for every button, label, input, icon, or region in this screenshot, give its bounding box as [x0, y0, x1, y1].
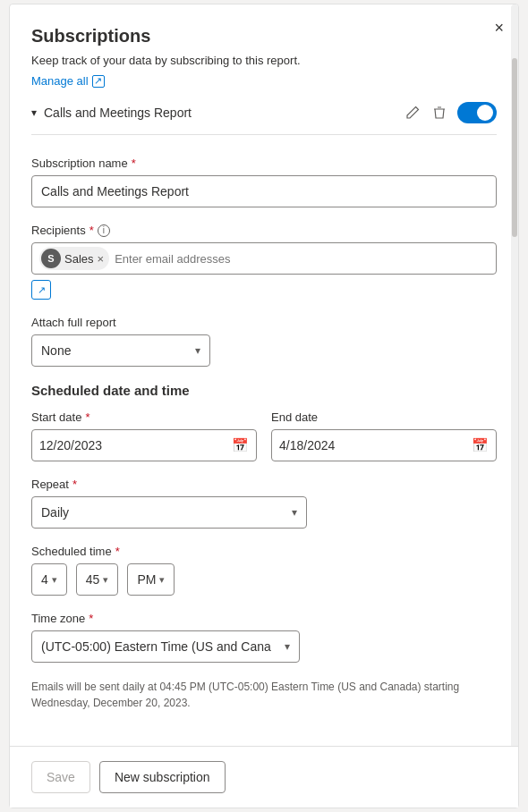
footer: Save New subscription [10, 746, 518, 808]
hour-chevron-icon: ▾ [52, 574, 57, 586]
scrollbar[interactable] [511, 4, 518, 808]
recipients-external-link-icon[interactable]: ↗ [31, 280, 51, 300]
save-button[interactable]: Save [31, 761, 90, 793]
recipients-label: Recipients * i [31, 224, 497, 237]
timezone-section: Time zone * (UTC-05:00) Eastern Time (US… [31, 612, 497, 663]
subscription-title: Calls and Meetings Report [44, 106, 396, 120]
header-actions [404, 102, 497, 123]
scheduled-section: Scheduled date and time Start date * 12/… [31, 383, 497, 711]
new-subscription-button[interactable]: New subscription [99, 761, 226, 793]
subscription-name-section: Subscription name * [31, 156, 497, 207]
recipients-required-star: * [89, 224, 94, 237]
start-date-calendar-icon[interactable]: 📅 [232, 437, 249, 453]
period-chevron-icon: ▾ [159, 574, 165, 586]
end-date-input[interactable]: 4/18/2024 📅 [271, 429, 497, 461]
timezone-select[interactable]: (UTC-05:00) Eastern Time (US and Cana ▾ [31, 630, 300, 663]
attach-report-value: None [41, 343, 71, 358]
subscription-name-input[interactable] [31, 175, 497, 207]
repeat-value: Daily [41, 505, 69, 520]
subscription-header: ▾ Calls and Meetings Report [31, 102, 497, 135]
timezone-required-star: * [89, 612, 93, 625]
hour-value: 4 [41, 572, 48, 587]
recipients-box[interactable]: S Sales × [31, 242, 497, 275]
attach-report-section: Attach full report None ▾ [31, 316, 497, 367]
minute-value: 45 [86, 572, 100, 587]
period-value: PM [137, 572, 156, 587]
edit-button[interactable] [404, 104, 422, 122]
subscriptions-panel: × Subscriptions Keep track of your data … [9, 4, 519, 808]
minute-select[interactable]: 45 ▾ [76, 563, 119, 596]
scheduled-time-section: Scheduled time * 4 ▾ 45 ▾ PM ▾ [31, 545, 497, 596]
recipient-email-input[interactable] [115, 252, 489, 266]
close-button[interactable]: × [494, 19, 504, 38]
scrollbar-thumb[interactable] [512, 58, 517, 237]
repeat-chevron-icon: ▾ [292, 506, 297, 519]
manage-all-link[interactable]: Manage all ↗ [31, 74, 105, 88]
start-date-input[interactable]: 12/20/2023 📅 [31, 429, 257, 461]
recipient-avatar: S [41, 249, 61, 268]
hour-select[interactable]: 4 ▾ [31, 563, 67, 596]
start-date-required-star: * [85, 410, 89, 424]
end-date-value: 4/18/2024 [279, 438, 466, 453]
end-date-field: End date 4/18/2024 📅 [271, 410, 497, 461]
recipient-remove-button[interactable]: × [98, 253, 105, 265]
repeat-label: Repeat * [31, 478, 497, 491]
end-date-label: End date [271, 410, 497, 424]
scheduled-time-required-star: * [115, 545, 120, 558]
period-select[interactable]: PM ▾ [127, 563, 175, 596]
recipients-section: Recipients * i S Sales × ↗ [31, 224, 497, 300]
required-star: * [132, 156, 136, 170]
delete-button[interactable] [430, 104, 448, 122]
start-date-field: Start date * 12/20/2023 📅 [31, 410, 257, 461]
scheduled-section-title: Scheduled date and time [31, 383, 497, 398]
timezone-value: (UTC-05:00) Eastern Time (US and Cana [41, 639, 271, 654]
repeat-required-star: * [72, 478, 77, 491]
manage-all-label: Manage all [31, 74, 89, 88]
start-date-label: Start date * [31, 410, 257, 424]
timezone-label: Time zone * [31, 612, 497, 625]
chevron-down-icon[interactable]: ▾ [31, 106, 37, 119]
attach-report-select[interactable]: None ▾ [31, 334, 210, 367]
minute-chevron-icon: ▾ [103, 574, 108, 586]
recipients-info-icon[interactable]: i [98, 224, 110, 237]
external-link-icon: ↗ [92, 75, 105, 88]
attach-report-label: Attach full report [31, 316, 497, 329]
subscription-name-label: Subscription name * [31, 156, 497, 170]
end-date-calendar-icon[interactable]: 📅 [472, 437, 489, 453]
scheduled-time-label: Scheduled time * [31, 545, 497, 558]
panel-title: Subscriptions [31, 26, 497, 47]
timezone-chevron-icon: ▾ [285, 640, 290, 653]
attach-report-chevron-icon: ▾ [195, 344, 200, 357]
repeat-select[interactable]: Daily ▾ [31, 496, 307, 529]
date-row: Start date * 12/20/2023 📅 End date 4/18/… [31, 410, 497, 461]
subscription-toggle[interactable] [457, 102, 497, 123]
recipient-tag: S Sales × [39, 247, 109, 270]
panel-description: Keep track of your data by subscribing t… [31, 54, 497, 67]
recipient-name: Sales [64, 252, 94, 266]
time-row: 4 ▾ 45 ▾ PM ▾ [31, 563, 497, 596]
start-date-value: 12/20/2023 [39, 438, 226, 453]
repeat-section: Repeat * Daily ▾ [31, 478, 497, 529]
info-text: Emails will be sent daily at 04:45 PM (U… [31, 679, 497, 711]
